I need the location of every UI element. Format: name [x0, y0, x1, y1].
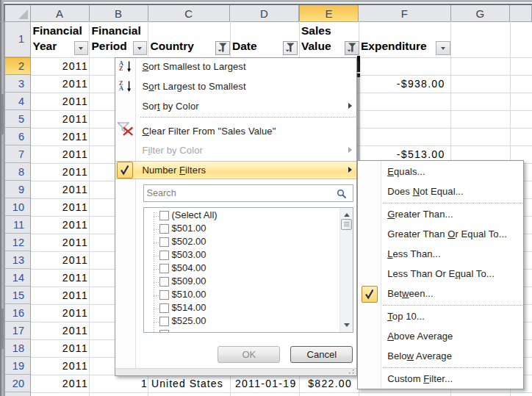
svg-text:Z: Z [119, 65, 123, 72]
svg-text:A: A [119, 85, 123, 92]
